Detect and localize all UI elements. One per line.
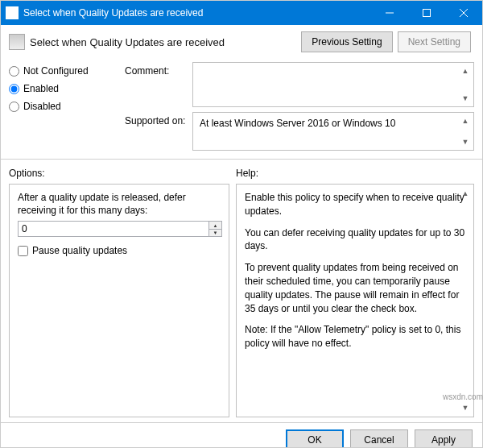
window-title: Select when Quality Updates are received xyxy=(23,7,371,19)
panel-labels: Options: Help: xyxy=(1,163,482,182)
comment-label: Comment: xyxy=(125,62,189,77)
not-configured-input[interactable] xyxy=(9,66,19,77)
options-heading: Options: xyxy=(9,168,236,179)
defer-days-spinner[interactable]: ▲ ▼ xyxy=(18,221,222,237)
maximize-button[interactable] xyxy=(408,1,445,25)
help-panel: Enable this policy to specify when to re… xyxy=(236,184,474,417)
pause-updates-checkbox[interactable]: Pause quality updates xyxy=(18,245,221,256)
supported-on-text: At least Windows Server 2016 or Windows … xyxy=(200,118,395,129)
defer-days-input[interactable] xyxy=(19,222,208,236)
scroll-down-icon[interactable]: ▼ xyxy=(459,92,472,105)
dialog-footer: OK Cancel Apply xyxy=(1,422,482,448)
disabled-radio[interactable]: Disabled xyxy=(9,101,122,112)
spinner-up-button[interactable]: ▲ xyxy=(208,222,221,230)
scroll-down-icon[interactable]: ▼ xyxy=(459,135,472,148)
svg-rect-1 xyxy=(423,10,431,17)
help-text: You can defer receiving quality updates … xyxy=(245,226,465,254)
help-heading: Help: xyxy=(236,168,474,179)
enabled-label: Enabled xyxy=(23,83,59,94)
not-configured-radio[interactable]: Not Configured xyxy=(9,65,122,77)
scroll-down-icon[interactable]: ▼ xyxy=(459,401,472,414)
previous-setting-button[interactable]: Previous Setting xyxy=(301,31,392,52)
title-bar: Select when Quality Updates are received xyxy=(1,1,482,25)
pause-updates-label: Pause quality updates xyxy=(32,245,127,256)
window-controls xyxy=(371,1,482,25)
scroll-up-icon[interactable]: ▲ xyxy=(459,114,472,127)
state-radio-group: Not Configured Enabled Disabled xyxy=(9,62,122,112)
close-button[interactable] xyxy=(445,1,482,25)
help-text: Enable this policy to specify when to re… xyxy=(245,191,465,218)
options-panel: After a quality update is released, defe… xyxy=(9,184,229,417)
spinner-controls: ▲ ▼ xyxy=(208,222,221,236)
watermark: wsxdn.com xyxy=(443,392,483,401)
cancel-button[interactable]: Cancel xyxy=(350,429,408,448)
window-icon xyxy=(6,6,19,19)
supported-on-label: Supported on: xyxy=(125,112,189,127)
disabled-label: Disabled xyxy=(23,101,61,112)
scroll-up-icon[interactable]: ▲ xyxy=(459,187,472,200)
enabled-input[interactable] xyxy=(9,84,19,94)
help-text: To prevent quality updates from being re… xyxy=(245,261,465,315)
page-title: Select when Quality Updates are received xyxy=(30,36,301,48)
supported-on-box: At least Windows Server 2016 or Windows … xyxy=(192,112,474,151)
nav-buttons: Previous Setting Next Setting xyxy=(301,31,471,52)
header: Select when Quality Updates are received… xyxy=(1,25,482,57)
enabled-radio[interactable]: Enabled xyxy=(9,83,122,94)
apply-button[interactable]: Apply xyxy=(415,429,473,448)
pause-updates-input[interactable] xyxy=(18,246,28,256)
comment-textarea[interactable]: ▲ ▼ xyxy=(192,62,474,107)
config-grid: Not Configured Enabled Disabled Comment:… xyxy=(1,57,482,156)
policy-icon xyxy=(9,34,25,50)
defer-days-label: After a quality update is released, defe… xyxy=(18,191,221,217)
panels: After a quality update is released, defe… xyxy=(1,182,482,422)
next-setting-button[interactable]: Next Setting xyxy=(398,31,471,52)
help-text: Note: If the "Allow Telemetry" policy is… xyxy=(245,323,465,351)
not-configured-label: Not Configured xyxy=(23,65,89,77)
disabled-input[interactable] xyxy=(9,102,19,112)
spinner-down-button[interactable]: ▼ xyxy=(208,230,221,237)
minimize-button[interactable] xyxy=(371,1,408,25)
ok-button[interactable]: OK xyxy=(286,429,344,448)
scroll-up-icon[interactable]: ▲ xyxy=(459,64,472,77)
divider xyxy=(1,159,482,160)
